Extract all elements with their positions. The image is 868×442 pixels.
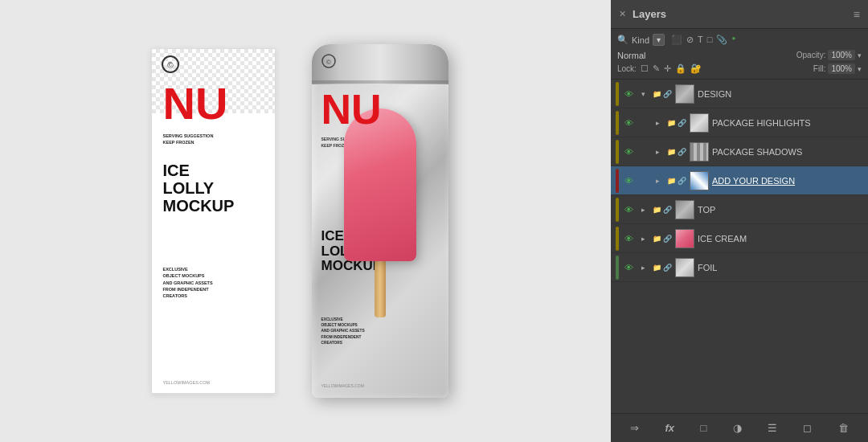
layer-name: ADD YOUR DESIGN bbox=[712, 176, 863, 186]
blend-mode-dropdown[interactable]: Normal bbox=[617, 51, 792, 60]
layer-color-tag bbox=[616, 227, 619, 251]
layer-color-tag bbox=[616, 169, 619, 193]
footer-mask-icon[interactable]: □ bbox=[700, 422, 706, 434]
filter-icon-pixel[interactable]: ⬛ bbox=[671, 35, 682, 45]
popsicle-stick bbox=[375, 261, 386, 317]
layer-expand-icon[interactable]: ▸ bbox=[641, 235, 649, 243]
layer-name: FOIL bbox=[698, 263, 863, 272]
flat-desc: EXCLUSIVE OBJECT MOCKUPS AND GRAPHIC ASS… bbox=[163, 266, 213, 299]
layer-visibility-toggle[interactable]: 👁 bbox=[622, 263, 635, 272]
panel-title: Layers bbox=[633, 8, 666, 20]
layer-expand-icon[interactable]: ▾ bbox=[641, 90, 649, 98]
lock-pixels-icon[interactable]: ✎ bbox=[653, 63, 660, 74]
layer-thumbnail bbox=[690, 171, 709, 190]
layer-name: PACKAGE HIGHLIGHTS bbox=[712, 118, 863, 128]
layer-group-icon: 📁 bbox=[667, 148, 676, 156]
filter-toggle-dot[interactable]: ● bbox=[731, 35, 735, 45]
layer-name: ICE CREAM bbox=[698, 234, 863, 244]
layer-link-icon: 🔗 bbox=[678, 119, 686, 127]
layer-row[interactable]: 👁 ▸ 📁 🔗 FOIL bbox=[611, 253, 868, 282]
lock-transparent-icon[interactable]: ☐ bbox=[641, 63, 649, 74]
layer-color-tag bbox=[616, 256, 619, 280]
layer-link-icon: 🔗 bbox=[663, 90, 672, 98]
flat-url: YELLOWIMAGES.COM bbox=[163, 380, 211, 385]
filter-icon-adjust[interactable]: ⊘ bbox=[686, 35, 694, 45]
popsicle bbox=[344, 108, 416, 317]
layer-visibility-toggle[interactable]: 👁 bbox=[622, 118, 635, 128]
pkg-desc: EXCLUSIVE OBJECT MOCKUPS AND GRAPHIC ASS… bbox=[321, 317, 365, 346]
lock-all-icon[interactable]: 🔐 bbox=[690, 63, 702, 74]
close-icon[interactable]: ✕ bbox=[619, 9, 626, 19]
svg-text:©: © bbox=[326, 59, 331, 66]
opacity-label: Opacity: bbox=[796, 51, 826, 59]
opacity-area: Opacity: 100% ▾ bbox=[796, 50, 862, 60]
layer-row[interactable]: 👁 ▸ 📁 🔗 ADD YOUR DESIGN bbox=[611, 166, 868, 195]
layer-visibility-toggle[interactable]: 👁 bbox=[622, 234, 635, 244]
layer-icons: 📁 🔗 bbox=[667, 177, 686, 185]
fill-arrow[interactable]: ▾ bbox=[858, 65, 862, 73]
layer-group-icon: 📁 bbox=[667, 119, 676, 127]
pkg-mockup: © NU SERVING SUGGESTION KEEP FROZEN ICE … bbox=[300, 40, 461, 402]
filter-kind-label: Kind bbox=[632, 35, 649, 45]
layer-row[interactable]: 👁 ▸ 📁 🔗 ICE CREAM bbox=[611, 224, 868, 253]
canvas-area: © NU SERVING SUGGESTION KEEP FROZEN ICE … bbox=[0, 0, 611, 442]
layer-link-icon: 🔗 bbox=[663, 264, 672, 272]
lock-position-icon[interactable]: ✛ bbox=[664, 63, 671, 74]
layer-expand-icon[interactable]: ▸ bbox=[656, 148, 664, 156]
layer-visibility-toggle[interactable]: 👁 bbox=[622, 89, 635, 99]
footer-fx-icon[interactable]: fx bbox=[665, 422, 675, 434]
layer-row[interactable]: 👁 ▸ 📁 🔗 TOP bbox=[611, 195, 868, 224]
panel-controls: 🔍 Kind ▾ ⬛ ⊘ T □ 📎 ● Normal Opacity: 100… bbox=[611, 29, 868, 80]
layer-icons: 📁 🔗 bbox=[667, 119, 686, 127]
layers-panel: ✕ Layers ≡ 🔍 Kind ▾ ⬛ ⊘ T □ 📎 ● Norm bbox=[611, 0, 868, 442]
filter-row: 🔍 Kind ▾ ⬛ ⊘ T □ 📎 ● bbox=[617, 34, 862, 46]
opacity-arrow[interactable]: ▾ bbox=[858, 51, 862, 59]
pkg-url: YELLOWIMAGES.COM bbox=[321, 383, 364, 388]
footer-group-icon[interactable]: ☰ bbox=[768, 422, 777, 434]
pkg-brand: NU bbox=[321, 88, 382, 130]
layer-expand-icon[interactable]: ▸ bbox=[641, 206, 649, 214]
layer-visibility-toggle[interactable]: 👁 bbox=[622, 205, 635, 215]
layer-name: TOP bbox=[698, 205, 863, 215]
layer-color-tag bbox=[616, 140, 619, 164]
layer-row[interactable]: 👁 ▸ 📁 🔗 PACKAGE HIGHLIGHTS bbox=[611, 108, 868, 137]
filter-icon-smart[interactable]: 📎 bbox=[716, 35, 727, 45]
layer-thumbnail bbox=[690, 142, 709, 162]
filter-icon-shape[interactable]: □ bbox=[707, 35, 713, 45]
layer-row[interactable]: 👁 ▾ 📁 🔗 DESIGN bbox=[611, 80, 868, 108]
lock-icons: ☐ ✎ ✛ 🔒 🔐 bbox=[641, 63, 702, 74]
flat-mockup: © NU SERVING SUGGESTION KEEP FROZEN ICE … bbox=[151, 48, 276, 394]
blend-mode-label: Normal bbox=[617, 51, 645, 60]
layer-thumbnail bbox=[675, 258, 694, 277]
layer-visibility-toggle[interactable]: 👁 bbox=[622, 176, 635, 186]
layer-visibility-toggle[interactable]: 👁 bbox=[622, 147, 635, 157]
footer-adjustment-icon[interactable]: ◑ bbox=[733, 422, 742, 434]
footer-go-icon[interactable]: ⇒ bbox=[630, 422, 639, 434]
footer-new-icon[interactable]: ◻ bbox=[803, 422, 812, 434]
layer-group-icon: 📁 bbox=[653, 235, 661, 243]
package-body: © NU SERVING SUGGESTION KEEP FROZEN ICE … bbox=[312, 44, 448, 398]
fill-value[interactable]: 100% bbox=[828, 63, 855, 74]
filter-dropdown[interactable]: ▾ bbox=[653, 34, 665, 46]
layer-link-icon: 🔗 bbox=[663, 235, 672, 243]
filter-icons: ⬛ ⊘ T □ 📎 ● bbox=[671, 35, 735, 45]
filter-icon-text[interactable]: T bbox=[698, 35, 703, 45]
panel-title-area: ✕ Layers bbox=[619, 8, 666, 20]
layer-row[interactable]: 👁 ▸ 📁 🔗 PACKAGE SHADOWS bbox=[611, 137, 868, 166]
opacity-value[interactable]: 100% bbox=[828, 50, 855, 60]
layer-thumbnail bbox=[675, 84, 694, 104]
layer-color-tag bbox=[616, 82, 619, 106]
layer-link-icon: 🔗 bbox=[678, 148, 686, 156]
layer-icons: 📁 🔗 bbox=[667, 148, 686, 156]
fill-area: Fill: 100% ▾ bbox=[813, 63, 862, 74]
footer-delete-icon[interactable]: 🗑 bbox=[838, 422, 849, 434]
pkg-logo: © bbox=[321, 54, 336, 68]
layer-expand-icon[interactable]: ▸ bbox=[656, 119, 664, 127]
layer-expand-icon[interactable]: ▸ bbox=[641, 264, 649, 272]
layer-expand-icon[interactable]: ▸ bbox=[656, 177, 664, 185]
package-stripe bbox=[312, 80, 448, 84]
panel-menu-icon[interactable]: ≡ bbox=[854, 8, 860, 21]
search-icon: 🔍 bbox=[617, 35, 628, 45]
lock-row: Lock: ☐ ✎ ✛ 🔒 🔐 Fill: 100% ▾ bbox=[617, 63, 862, 74]
lock-artboard-icon[interactable]: 🔒 bbox=[675, 63, 686, 74]
